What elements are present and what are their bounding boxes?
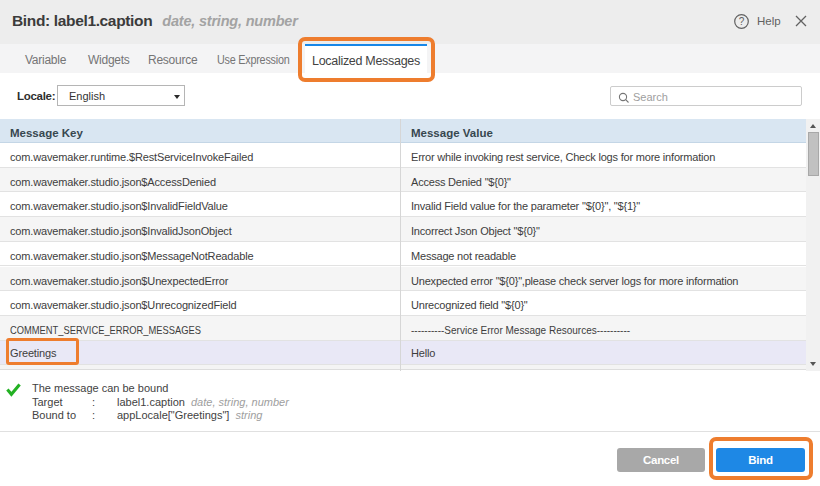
svg-text:?: ? [739, 16, 745, 27]
